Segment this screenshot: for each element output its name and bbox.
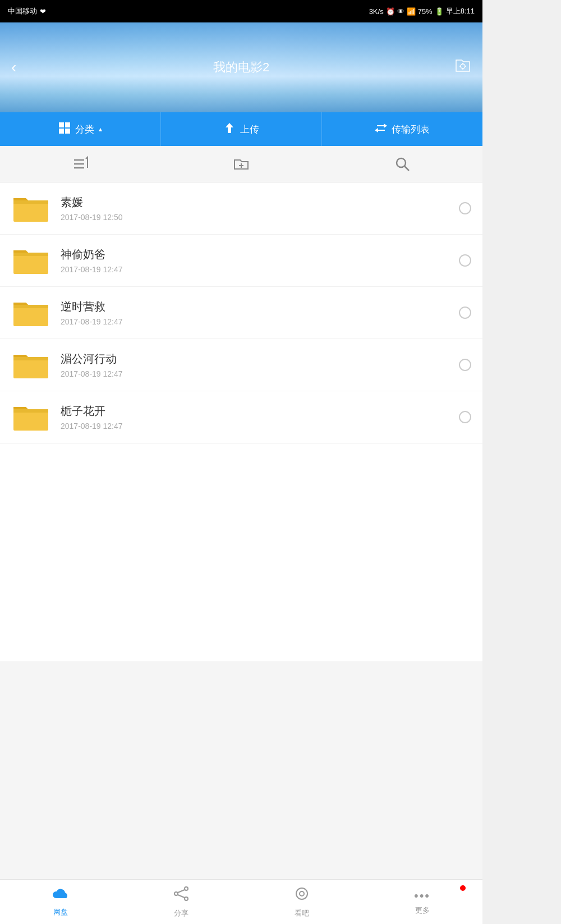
nav-share[interactable]: 分享	[121, 880, 241, 924]
svg-point-22	[185, 887, 188, 890]
file-date: 2017-08-19 12:50	[61, 213, 459, 222]
file-info: 素媛 2017-08-19 12:50	[61, 195, 459, 222]
classify-arrow: ▴	[99, 125, 102, 133]
file-info: 湄公河行动 2017-08-19 12:47	[61, 351, 459, 378]
status-left: 中国移动 ❤	[8, 6, 46, 16]
file-info: 逆时营救 2017-08-19 12:47	[61, 299, 459, 326]
file-select-radio[interactable]	[459, 411, 471, 423]
list-spacer	[0, 661, 482, 879]
nav-more-badge	[460, 885, 466, 891]
folder-icon	[11, 297, 50, 328]
svg-marker-11	[384, 123, 387, 128]
list-item[interactable]: 逆时营救 2017-08-19 12:47	[0, 287, 482, 339]
classify-button[interactable]: 分类 ▴	[0, 112, 161, 146]
more-icon: •••	[414, 889, 430, 903]
back-button[interactable]: ‹	[11, 58, 16, 76]
svg-marker-13	[375, 128, 378, 132]
nav-more-label: 更多	[415, 905, 430, 916]
list-item[interactable]: 湄公河行动 2017-08-19 12:47	[0, 339, 482, 391]
file-info: 神偷奶爸 2017-08-19 12:47	[61, 247, 459, 274]
speed-label: 3K/s	[369, 7, 384, 16]
file-list: 素媛 2017-08-19 12:50 神偷奶爸 2017-08-19 12:4…	[0, 182, 482, 661]
battery-icon: 🔋	[435, 7, 444, 16]
header: ‹ 我的电影2	[0, 22, 482, 112]
carrier-label: 中国移动	[8, 6, 37, 16]
file-select-radio[interactable]	[459, 202, 471, 214]
nav-more[interactable]: ••• 更多	[362, 880, 482, 924]
file-name: 逆时营救	[61, 299, 459, 314]
file-name: 素媛	[61, 195, 459, 210]
svg-line-24	[178, 890, 185, 893]
new-folder-button[interactable]	[161, 155, 322, 172]
transfer-label: 传输列表	[392, 123, 430, 136]
folder-icon	[11, 401, 50, 433]
upload-button[interactable]: 上传	[161, 112, 322, 146]
list-item[interactable]: 栀子花开 2017-08-19 12:47	[0, 391, 482, 443]
svg-point-26	[296, 888, 307, 899]
nav-watch[interactable]: 看吧	[241, 880, 362, 924]
transfer-icon	[375, 122, 387, 137]
share-icon	[173, 885, 190, 906]
upload-label: 上传	[240, 123, 259, 136]
nav-share-label: 分享	[174, 908, 188, 918]
status-bar: 中国移动 ❤ 3K/s ⏰ 👁 📶 75% 🔋 早上8:11	[0, 0, 482, 22]
nav-cloud-label: 网盘	[53, 907, 68, 917]
watch-icon	[293, 885, 310, 906]
svg-rect-8	[65, 129, 70, 134]
nav-watch-label: 看吧	[295, 908, 309, 918]
sort-button[interactable]	[0, 155, 161, 172]
file-date: 2017-08-19 12:47	[61, 369, 459, 378]
svg-point-23	[185, 897, 188, 900]
folder-icon	[11, 349, 50, 381]
cloud-icon	[52, 886, 70, 905]
grid-icon	[58, 122, 71, 137]
file-select-radio[interactable]	[459, 307, 471, 319]
battery-label: 75%	[418, 7, 433, 16]
page-title: 我的电影2	[213, 59, 269, 76]
svg-point-27	[300, 891, 304, 896]
bottom-nav: 网盘 分享 看吧 ••• 更多	[0, 879, 482, 924]
svg-point-19	[397, 158, 406, 167]
transfer-button[interactable]: 传输列表	[322, 112, 482, 146]
file-info: 栀子花开 2017-08-19 12:47	[61, 404, 459, 431]
svg-line-25	[178, 895, 185, 898]
svg-point-21	[174, 892, 178, 895]
file-select-radio[interactable]	[459, 359, 471, 371]
file-date: 2017-08-19 12:47	[61, 422, 459, 431]
svg-line-20	[404, 166, 409, 171]
svg-rect-6	[65, 122, 70, 127]
status-right: 3K/s ⏰ 👁 📶 75% 🔋 早上8:11	[369, 6, 475, 16]
folder-icon	[11, 245, 50, 276]
signal-icon: 📶	[407, 7, 416, 16]
file-select-radio[interactable]	[459, 254, 471, 267]
folder-settings-button[interactable]	[454, 57, 471, 77]
action-bar	[0, 146, 482, 182]
classify-label: 分类	[75, 123, 94, 136]
file-date: 2017-08-19 12:47	[61, 265, 459, 274]
svg-marker-9	[226, 123, 233, 133]
file-date: 2017-08-19 12:47	[61, 317, 459, 326]
nav-cloud[interactable]: 网盘	[0, 880, 121, 924]
eye-icon: 👁	[397, 7, 404, 16]
alarm-icon: ⏰	[386, 7, 395, 16]
svg-rect-5	[59, 122, 64, 127]
folder-icon	[11, 193, 50, 224]
search-button[interactable]	[321, 155, 482, 172]
list-item[interactable]: 素媛 2017-08-19 12:50	[0, 182, 482, 235]
time-label: 早上8:11	[446, 6, 475, 16]
toolbar: 分类 ▴ 上传 传输列表	[0, 112, 482, 146]
file-name: 湄公河行动	[61, 351, 459, 367]
upload-icon	[223, 122, 236, 137]
file-name: 神偷奶爸	[61, 247, 459, 262]
heart-icon: ❤	[40, 7, 46, 16]
list-item[interactable]: 神偷奶爸 2017-08-19 12:47	[0, 235, 482, 287]
file-name: 栀子花开	[61, 404, 459, 419]
svg-point-0	[461, 64, 465, 68]
svg-rect-7	[59, 129, 64, 134]
